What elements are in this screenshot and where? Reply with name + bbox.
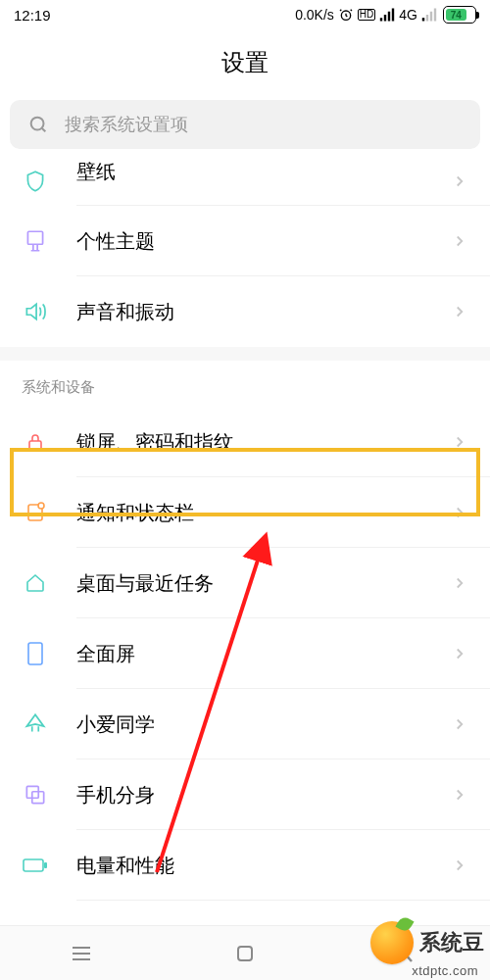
alarm-icon	[338, 7, 354, 23]
svg-rect-6	[28, 643, 42, 664]
theme-icon	[22, 227, 49, 255]
home-icon	[22, 569, 49, 597]
chevron-right-icon	[451, 857, 468, 874]
sound-icon	[22, 298, 49, 325]
svg-rect-13	[238, 947, 252, 960]
search-icon	[27, 114, 49, 135]
row-label: 全面屏	[76, 641, 135, 667]
row-label: 声音和振动	[76, 299, 174, 325]
fullscreen-icon	[22, 640, 49, 667]
section-gap	[0, 347, 490, 361]
search-placeholder: 搜索系统设置项	[65, 113, 188, 136]
chevron-right-icon	[451, 574, 468, 592]
row-label: 锁屏、密码和指纹	[76, 429, 233, 456]
chevron-right-icon	[451, 645, 468, 662]
settings-row-lock[interactable]: 锁屏、密码和指纹	[0, 407, 490, 477]
watermark-url: xtdptc.com	[412, 963, 478, 978]
battery-icon	[22, 852, 49, 879]
watermark: 系统豆	[361, 915, 490, 970]
row-label: 桌面与最近任务	[76, 570, 214, 597]
settings-row-notifications[interactable]: 通知和状态栏	[0, 477, 490, 548]
nav-home-button[interactable]	[216, 934, 274, 973]
svg-rect-2	[27, 231, 42, 244]
svg-rect-10	[44, 862, 47, 868]
row-label: 壁纸	[76, 159, 116, 185]
svg-rect-3	[29, 441, 41, 450]
row-label: 手机分身	[76, 782, 155, 808]
settings-row-battery[interactable]: 电量和性能	[0, 830, 490, 901]
chevron-right-icon	[451, 303, 468, 320]
notif-icon	[22, 499, 49, 526]
settings-row-clone[interactable]: 手机分身	[0, 760, 490, 830]
chevron-right-icon	[451, 715, 468, 733]
row-label: 个性主题	[76, 228, 155, 255]
settings-row-fullscreen[interactable]: 全面屏	[0, 618, 490, 689]
clone-icon	[22, 781, 49, 808]
svg-rect-9	[24, 859, 43, 871]
settings-row-desktop[interactable]: 桌面与最近任务	[0, 548, 490, 618]
shield-icon	[22, 168, 49, 195]
status-time: 12:19	[14, 7, 51, 24]
signal-icon	[379, 8, 395, 22]
settings-row-xiaoai[interactable]: 小爱同学	[0, 689, 490, 760]
row-label: 电量和性能	[76, 853, 174, 879]
battery-pct: 74	[446, 9, 466, 21]
watermark-text: 系统豆	[419, 928, 484, 957]
xiaoai-icon	[22, 710, 49, 738]
status-speed: 0.0K/s	[295, 7, 334, 23]
settings-row-wallpaper[interactable]: 壁纸	[0, 157, 490, 206]
svg-point-5	[38, 503, 44, 509]
row-label: 小爱同学	[76, 711, 155, 738]
chevron-right-icon	[451, 232, 468, 250]
status-hd: HD	[358, 9, 375, 21]
chevron-right-icon	[451, 433, 468, 451]
chevron-right-icon	[451, 786, 468, 804]
row-label: 通知和状态栏	[76, 500, 194, 526]
settings-row-sound[interactable]: 声音和振动	[0, 276, 490, 347]
section-header: 系统和设备	[0, 361, 490, 407]
settings-row-theme[interactable]: 个性主题	[0, 206, 490, 276]
page-title: 设置	[0, 29, 490, 100]
lock-icon	[22, 428, 49, 456]
chevron-right-icon	[451, 504, 468, 521]
battery-icon: 74	[443, 6, 476, 24]
chevron-right-icon	[451, 172, 468, 190]
status-network: 4G	[399, 7, 417, 23]
search-input[interactable]: 搜索系统设置项	[10, 100, 480, 149]
nav-recent-button[interactable]	[52, 934, 111, 973]
signal2-icon	[421, 8, 437, 22]
svg-point-1	[31, 118, 44, 130]
watermark-logo	[370, 921, 414, 964]
status-bar: 12:19 0.0K/s HD 4G 74	[0, 0, 490, 29]
